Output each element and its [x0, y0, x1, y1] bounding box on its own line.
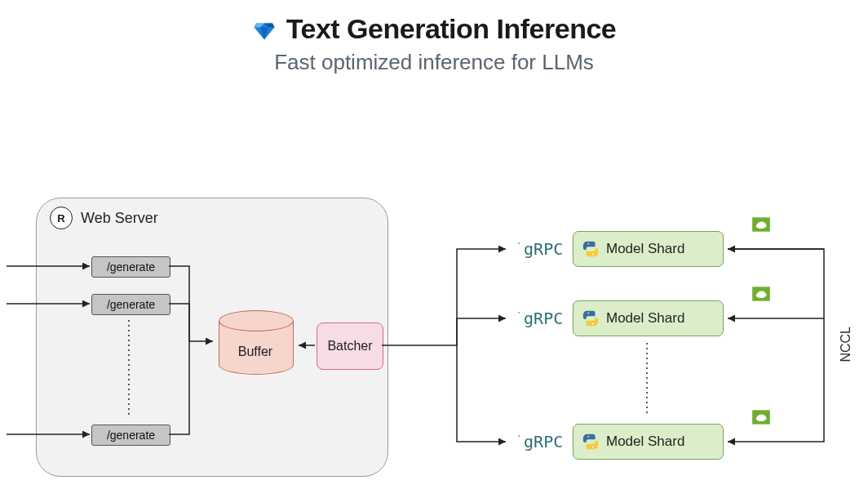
python-icon [582, 433, 600, 451]
python-icon [582, 309, 600, 327]
svg-point-4 [587, 243, 589, 245]
endpoint-generate: /generate [91, 294, 170, 315]
grpc-label: ˙gRPC [514, 432, 563, 451]
buffer-cylinder: Buffer [219, 310, 292, 384]
shard-label: Model Shard [606, 434, 684, 450]
shard-label: Model Shard [606, 310, 684, 327]
endpoint-generate: /generate [91, 256, 170, 278]
model-shard: Model Shard [573, 300, 724, 336]
nccl-label: NCCL [839, 327, 853, 362]
batcher-box: Batcher [317, 322, 383, 370]
page-title: Text Generation Inference [286, 13, 616, 45]
svg-point-7 [592, 323, 594, 325]
buffer-label: Buffer [219, 345, 292, 359]
nvidia-icon [751, 214, 772, 235]
rust-icon: R [50, 207, 73, 229]
nvidia-icon [751, 283, 772, 305]
grpc-label: ˙gRPC [514, 309, 563, 328]
svg-point-6 [587, 313, 589, 314]
svg-point-9 [592, 447, 594, 448]
svg-point-5 [592, 254, 594, 256]
model-shard: Model Shard [573, 231, 724, 267]
grpc-label: ˙gRPC [514, 239, 563, 259]
model-shard: Model Shard [573, 424, 724, 460]
nvidia-icon [751, 407, 772, 428]
python-icon [582, 240, 600, 258]
svg-point-8 [587, 436, 589, 438]
web-server-label: Web Server [81, 210, 158, 227]
shard-label: Model Shard [606, 241, 684, 257]
page-subtitle: Fast optimized inference for LLMs [0, 50, 868, 75]
endpoint-generate: /generate [91, 425, 170, 446]
gem-icon [252, 17, 277, 42]
diagram-header: Text Generation Inference Fast optimized… [0, 13, 868, 75]
